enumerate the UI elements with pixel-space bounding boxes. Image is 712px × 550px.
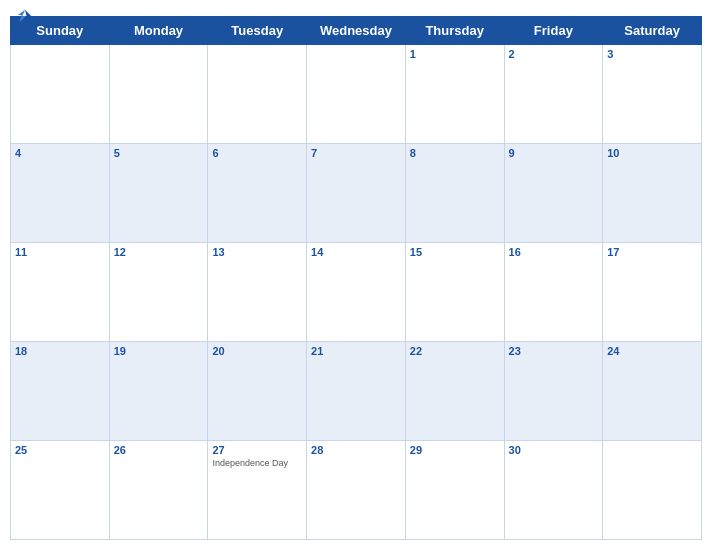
weekday-header: Thursday <box>405 17 504 45</box>
day-number: 25 <box>15 444 105 456</box>
calendar-cell: 9 <box>504 144 603 243</box>
calendar-cell: 14 <box>307 243 406 342</box>
day-number: 4 <box>15 147 105 159</box>
calendar-cell: 15 <box>405 243 504 342</box>
calendar-cell: 2 <box>504 45 603 144</box>
calendar-cell <box>307 45 406 144</box>
calendar-cell: 21 <box>307 342 406 441</box>
weekday-header: Friday <box>504 17 603 45</box>
calendar-cell: 19 <box>109 342 208 441</box>
calendar-cell: 16 <box>504 243 603 342</box>
calendar-cell <box>208 45 307 144</box>
weekday-header: Wednesday <box>307 17 406 45</box>
logo-bird-icon <box>16 8 34 24</box>
calendar-cell: 13 <box>208 243 307 342</box>
day-number: 27 <box>212 444 302 456</box>
day-number: 5 <box>114 147 204 159</box>
day-number: 20 <box>212 345 302 357</box>
calendar-cell: 11 <box>11 243 110 342</box>
calendar-cell <box>603 441 702 540</box>
calendar-header <box>0 0 712 16</box>
calendar-cell: 3 <box>603 45 702 144</box>
svg-marker-1 <box>18 10 26 22</box>
day-number: 19 <box>114 345 204 357</box>
calendar-cell <box>109 45 208 144</box>
calendar-cell: 7 <box>307 144 406 243</box>
calendar-cell <box>11 45 110 144</box>
weekday-header: Monday <box>109 17 208 45</box>
calendar-cell: 18 <box>11 342 110 441</box>
calendar-week-row: 11121314151617 <box>11 243 702 342</box>
calendar-cell: 12 <box>109 243 208 342</box>
calendar-cell: 6 <box>208 144 307 243</box>
day-number: 11 <box>15 246 105 258</box>
day-number: 15 <box>410 246 500 258</box>
calendar-cell: 8 <box>405 144 504 243</box>
calendar-cell: 30 <box>504 441 603 540</box>
logo <box>16 8 36 24</box>
day-number: 9 <box>509 147 599 159</box>
day-number: 2 <box>509 48 599 60</box>
calendar-cell: 23 <box>504 342 603 441</box>
day-number: 21 <box>311 345 401 357</box>
day-number: 1 <box>410 48 500 60</box>
day-number: 16 <box>509 246 599 258</box>
day-number: 24 <box>607 345 697 357</box>
calendar-table: SundayMondayTuesdayWednesdayThursdayFrid… <box>10 16 702 540</box>
calendar-cell: 1 <box>405 45 504 144</box>
calendar-week-row: 252627Independence Day282930 <box>11 441 702 540</box>
day-number: 22 <box>410 345 500 357</box>
day-number: 29 <box>410 444 500 456</box>
calendar-cell: 10 <box>603 144 702 243</box>
calendar-cell: 25 <box>11 441 110 540</box>
calendar-cell: 24 <box>603 342 702 441</box>
calendar-cell: 4 <box>11 144 110 243</box>
day-number: 18 <box>15 345 105 357</box>
weekday-header: Tuesday <box>208 17 307 45</box>
calendar-week-row: 45678910 <box>11 144 702 243</box>
day-number: 23 <box>509 345 599 357</box>
calendar-week-row: 18192021222324 <box>11 342 702 441</box>
calendar-header-row: SundayMondayTuesdayWednesdayThursdayFrid… <box>11 17 702 45</box>
day-number: 14 <box>311 246 401 258</box>
calendar-cell: 26 <box>109 441 208 540</box>
day-number: 17 <box>607 246 697 258</box>
calendar-week-row: 123 <box>11 45 702 144</box>
day-number: 7 <box>311 147 401 159</box>
day-number: 13 <box>212 246 302 258</box>
day-number: 30 <box>509 444 599 456</box>
calendar-cell: 17 <box>603 243 702 342</box>
calendar-cell: 22 <box>405 342 504 441</box>
day-number: 26 <box>114 444 204 456</box>
logo-blue-text <box>16 8 36 24</box>
calendar-body: 1234567891011121314151617181920212223242… <box>11 45 702 540</box>
day-number: 3 <box>607 48 697 60</box>
calendar-cell: 28 <box>307 441 406 540</box>
calendar-cell: 27Independence Day <box>208 441 307 540</box>
day-number: 12 <box>114 246 204 258</box>
day-number: 8 <box>410 147 500 159</box>
calendar-cell: 29 <box>405 441 504 540</box>
calendar-cell: 20 <box>208 342 307 441</box>
calendar-cell: 5 <box>109 144 208 243</box>
day-number: 28 <box>311 444 401 456</box>
calendar-wrap: SundayMondayTuesdayWednesdayThursdayFrid… <box>0 16 712 550</box>
day-event-label: Independence Day <box>212 458 302 470</box>
day-number: 10 <box>607 147 697 159</box>
weekday-header: Saturday <box>603 17 702 45</box>
day-number: 6 <box>212 147 302 159</box>
